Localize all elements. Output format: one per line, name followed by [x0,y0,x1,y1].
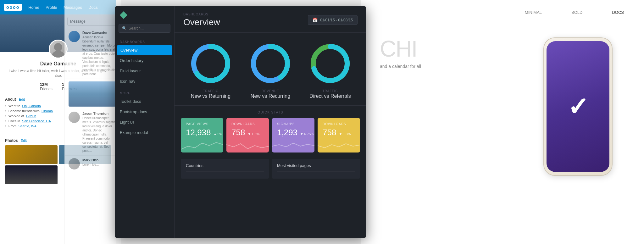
stat-value-row-2: 1,293 ▼ 6.75% [277,128,309,137]
chat-item-content-1: Jacon Thornton Donec ullamcorper metus. … [82,112,117,153]
chat-name-2: Mark Otto [82,158,117,162]
stat-wave-3 [318,140,360,152]
sidebar-item-light-ui[interactable]: Light UI [115,117,174,127]
chat-item-1: Jacon Thornton Donec ullamcorper metus. … [65,109,121,156]
stat-value-row-3: 758 ▼ 1.3% [323,128,355,137]
sidebar-item-overview[interactable]: Overview [117,45,172,55]
detail-link-1[interactable]: Obama [42,109,53,113]
header-left: DASHBOARDS Overview [183,13,220,27]
nav-home[interactable]: Home [28,5,39,10]
dot-icon-1: ● [5,109,7,112]
stat-downloads-1: DOWNLOADS 758 ▼ 1.3% [226,118,269,152]
phone-screen: ✓ [547,41,609,172]
sidebar-item-icon-nav[interactable]: Icon nav [115,76,174,86]
dashboard-sidebar: 🔍 DASHBOARDS Overview Order history Flui… [115,6,175,238]
avatar-body [51,51,65,58]
sidebar-item-bootstrap[interactable]: Bootstrap docs [115,107,174,117]
chat-avatar-0 [69,31,80,42]
chat-panel: Dave Gamache Aenean lacinia bibendum nul… [64,0,121,244]
stat-downloads-2: DOWNLOADS 758 ▼ 1.3% [318,118,360,152]
photos-edit-link[interactable]: Edit [21,139,27,142]
stat-label-3: DOWNLOADS [323,122,355,126]
nav-section-label-1: MORE [115,89,174,96]
hero-subtitle: and a calendar for all [380,64,531,69]
sidebar-item-modal[interactable]: Example modal [115,127,174,138]
dashboard: 🔍 DASHBOARDS Overview Order history Flui… [115,6,366,238]
stat-change-2: ▼ 6.75% [300,132,314,136]
chart-title-2: Direct vs Referrals [309,93,351,99]
dashboard-header: DASHBOARDS Overview 📅 01/01/15 - 01/08/1… [175,6,366,33]
bottom-tables-row: Countries Most visited pages [175,159,366,179]
dot-icon-2: ● [5,114,7,117]
detail-link-0[interactable]: Oh, Canada [22,104,41,108]
page-title: Overview [183,17,220,27]
donut-0 [189,42,233,86]
hero-text: CHI and a calendar for all [380,37,531,69]
stat-value-row-0: 12,938 ▲ 5% [186,128,218,137]
stat-label-1: DOWNLOADS [231,122,264,126]
search-bar[interactable]: 🔍 [119,24,170,33]
sidebar-item-toolkit[interactable]: Toolkit docs [115,96,174,107]
message-input[interactable] [67,17,119,26]
logo[interactable]: oooo [4,4,22,11]
stat-wave-2 [272,140,314,152]
nav-bold[interactable]: BOLD [561,5,592,20]
divider-visited [277,171,355,172]
detail-link-2[interactable]: Github [26,114,36,118]
search-input[interactable] [129,26,176,30]
chat-msg-2: Lorem ips... [82,163,117,167]
chart-revenue-recurring: Revenue New vs Recurring [248,42,292,99]
breadcrumb: DASHBOARDS [183,13,220,16]
edit-link[interactable]: Edit [19,97,25,101]
chat-msg-1: Donec ullamcorper metus. Vivamus sagitti… [82,116,117,153]
chat-content: Dave Gamache Aenean lacinia bibendum nul… [65,14,121,172]
sidebar-item-order-history[interactable]: Order history [115,55,174,66]
nav-profile[interactable]: Profile [46,5,57,10]
arrow-down-icon-2: ▼ [300,132,303,136]
nav-section-label-0: DASHBOARDS [115,38,174,45]
chat-avatar-1 [69,112,80,123]
stat-change-1: ▼ 1.3% [247,132,259,136]
search-icon: 🔍 [122,26,127,30]
nav-section-more: MORE Toolkit docs Bootstrap docs Light U… [115,89,174,140]
dash-logo [115,11,174,24]
leaf-icon [120,11,127,19]
chat-item-content-2: Mark Otto Lorem ips... [82,158,117,169]
charts-row: Traffic New vs Returning Revenue New vs … [175,33,366,106]
nav-docs[interactable]: DOCS [602,5,634,20]
arrow-down-icon-3: ▼ [339,132,342,136]
stat-wave-0 [181,140,223,152]
date-range-value: 01/01/15 - 01/08/15 [320,18,353,22]
chat-image [69,81,117,107]
stat-label-2: SIGN-UPS [277,122,309,126]
friends-stat: 12M Friends [40,82,53,91]
stat-signups: SIGN-UPS 1,293 ▼ 6.75% [272,118,314,152]
chat-item-content-0: Dave Gamache Aenean lacinia bibendum nul… [82,31,117,76]
chat-avatar-2 [69,158,80,169]
right-nav: MINIMAL BOLD DOCS [361,0,644,25]
hero-title: CHI [380,37,531,60]
detail-link-4[interactable]: Seattle, WA [19,124,37,128]
nav-minimal[interactable]: MINIMAL [515,5,552,20]
dashboard-main: DASHBOARDS Overview 📅 01/01/15 - 01/08/1… [175,6,366,238]
chart-title-1: New vs Recurring [251,93,290,99]
stats-row: PAGE VIEWS 12,938 ▲ 5% DOWNLOADS [175,118,366,159]
calendar-icon: 📅 [313,18,318,22]
chart-type-0: Traffic [203,89,218,93]
chat-item-2: Mark Otto Lorem ips... [65,156,121,172]
chart-type-2: Traffic [322,89,338,93]
photo-3[interactable] [5,165,58,184]
sidebar-item-fluid-layout[interactable]: Fluid layout [115,66,174,76]
avatar-image [50,41,67,58]
date-range-picker[interactable]: 📅 01/01/15 - 01/08/15 [308,15,358,25]
photo-1[interactable] [5,145,58,164]
dot-icon-4: ● [5,125,7,127]
chat-item-0: Dave Gamache Aenean lacinia bibendum nul… [65,28,121,79]
detail-link-3[interactable]: San Francisco, CA [22,119,51,123]
stat-value-3: 758 [323,128,336,137]
most-visited-table-title: Most visited pages [277,163,355,168]
stat-value-row-1: 758 ▼ 1.3% [231,128,264,137]
countries-table: Countries [181,159,269,179]
stat-label-0: PAGE VIEWS [186,122,218,126]
chart-title-0: New vs Returning [191,93,230,99]
